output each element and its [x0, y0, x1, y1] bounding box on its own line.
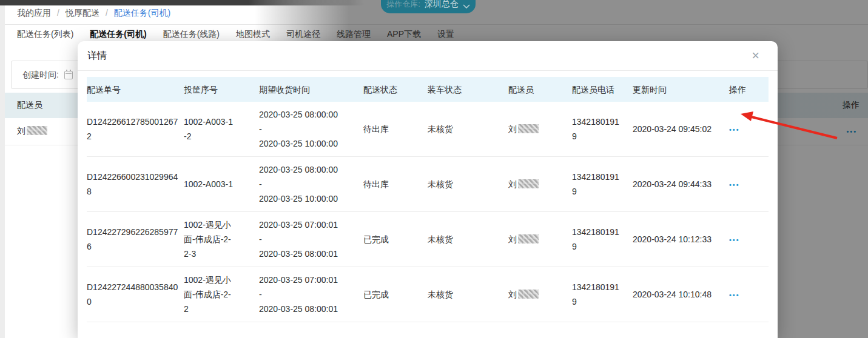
- courier-cell: 刘: [508, 122, 572, 136]
- warehouse-selector-value: 深圳总仓: [425, 0, 459, 10]
- update-time-cell: 2020-03-24 10:12:33: [633, 232, 727, 247]
- warehouse-selector[interactable]: 操作仓库: 深圳总仓: [381, 0, 476, 13]
- time-line: 2020-03-25 10:00:00: [259, 191, 360, 206]
- time-line: 2020-03-25 10:00:00: [259, 136, 360, 151]
- more-actions-button[interactable]: •••: [729, 127, 740, 133]
- row-actions-cell[interactable]: •••: [727, 177, 769, 191]
- loading-status-cell: 未核货: [420, 232, 508, 247]
- close-icon[interactable]: ×: [752, 49, 759, 62]
- order-number-cell: D1242272448800358400: [87, 280, 184, 309]
- column-header: 装车状态: [420, 82, 508, 97]
- courier-phone-cell: 13421801919: [572, 225, 633, 254]
- loading-status-cell: 未核货: [420, 122, 508, 136]
- basket-seq-cell: 1002-遇见小面-伟成店-2-2-3: [184, 217, 244, 261]
- time-line: 2020-03-25 08:00:00: [259, 162, 360, 177]
- order-number-cell: D1242266127850012672: [87, 114, 184, 144]
- more-actions-button[interactable]: •••: [729, 237, 740, 244]
- courier-phone-cell: 13421801919: [572, 170, 633, 199]
- tab-item[interactable]: 配送任务(列表): [17, 29, 73, 40]
- time-line: 2020-03-25 08:00:01: [259, 302, 360, 316]
- row-actions-cell[interactable]: •••: [727, 232, 769, 247]
- table-row: D12422724488003584001002-遇见小面-伟成店-2-2202…: [87, 267, 769, 322]
- tab-item[interactable]: 配送任务(司机): [90, 29, 146, 40]
- masked-name: [518, 124, 539, 133]
- more-actions-button[interactable]: •••: [729, 182, 740, 188]
- courier-cell: 刘: [508, 177, 572, 191]
- delivery-status-cell: 待出库: [360, 177, 420, 191]
- masked-name: [27, 126, 47, 135]
- bg-courier-cell: 刘: [17, 126, 47, 137]
- courier-name-prefix: 刘: [508, 124, 517, 134]
- column-header: 更新时间: [633, 82, 727, 97]
- expected-time-cell: 2020-03-25 07:00:01-2020-03-25 08:00:01: [244, 273, 360, 316]
- update-time-cell: 2020-03-24 09:44:33: [633, 177, 727, 191]
- time-line: -: [259, 177, 360, 191]
- breadcrumb-app[interactable]: 悦厚配送: [66, 8, 99, 19]
- tab-item[interactable]: 配送任务(线路): [163, 29, 220, 40]
- expected-time-cell: 2020-03-25 07:00:01-2020-03-25 08:00:01: [244, 217, 360, 261]
- detail-table: 配送单号投筐序号期望收货时间配送状态装车状态配送员配送员电话更新时间操作 D12…: [87, 77, 769, 322]
- update-time-cell: 2020-03-24 09:45:02: [633, 122, 727, 136]
- warehouse-selector-label: 操作仓库:: [386, 0, 420, 10]
- courier-cell: 刘: [508, 287, 572, 302]
- order-number-cell: D1242266002310299648: [87, 170, 184, 199]
- detail-table-header-row: 配送单号投筐序号期望收货时间配送状态装车状态配送员配送员电话更新时间操作: [87, 77, 769, 102]
- breadcrumb: 我的应用 / 悦厚配送 / 配送任务(司机): [17, 8, 170, 19]
- time-line: -: [259, 122, 360, 136]
- create-time-filter-label: 创建时间:: [22, 70, 59, 81]
- breadcrumb-my-apps[interactable]: 我的应用: [17, 8, 51, 19]
- table-row: D12422729622628597761002-遇见小面-伟成店-2-2-32…: [87, 212, 769, 267]
- column-header: 投筐序号: [184, 82, 244, 97]
- detail-modal: 详情 × 配送单号投筐序号期望收货时间配送状态装车状态配送员配送员电话更新时间操…: [78, 41, 778, 338]
- modal-header: 详情 ×: [78, 41, 778, 71]
- loading-status-cell: 未核货: [420, 177, 508, 191]
- chevron-down-icon: [463, 4, 470, 8]
- courier-name-prefix: 刘: [17, 126, 25, 136]
- more-actions-button[interactable]: •••: [729, 292, 740, 299]
- bg-courier-column-header: 配送员: [17, 100, 42, 111]
- masked-name: [518, 179, 539, 188]
- detail-table-body: D12422661278500126721002-A003-1-22020-03…: [87, 102, 769, 322]
- column-header: 配送员: [508, 82, 572, 97]
- breadcrumb-current-page[interactable]: 配送任务(司机): [114, 8, 170, 19]
- courier-cell: 刘: [508, 232, 572, 247]
- masked-name: [518, 234, 539, 244]
- table-row: D12422661278500126721002-A003-1-22020-03…: [87, 102, 769, 157]
- breadcrumb-separator: /: [57, 8, 59, 19]
- column-header: 配送员电话: [572, 82, 633, 97]
- courier-name-prefix: 刘: [508, 234, 517, 244]
- calendar-icon[interactable]: [64, 71, 73, 79]
- modal-title: 详情: [87, 50, 107, 62]
- delivery-status-cell: 已完成: [360, 287, 420, 302]
- order-number-cell: D1242272962262859776: [87, 225, 184, 254]
- basket-seq-cell: 1002-A003-1: [184, 177, 244, 191]
- column-header: 配送状态: [360, 82, 420, 97]
- expected-time-cell: 2020-03-25 08:00:00-2020-03-25 10:00:00: [244, 107, 360, 151]
- row-actions-cell[interactable]: •••: [727, 122, 769, 136]
- time-line: 2020-03-25 07:00:01: [259, 273, 360, 287]
- masked-name: [518, 290, 539, 299]
- courier-name-prefix: 刘: [508, 179, 517, 189]
- expected-time-cell: 2020-03-25 08:00:00-2020-03-25 10:00:00: [244, 162, 360, 206]
- loading-status-cell: 未核货: [420, 287, 508, 302]
- courier-phone-cell: 13421801919: [572, 114, 633, 144]
- column-header: 期望收货时间: [244, 82, 360, 97]
- update-time-cell: 2020-03-24 10:10:48: [633, 287, 727, 302]
- delivery-status-cell: 待出库: [360, 122, 420, 136]
- basket-seq-cell: 1002-遇见小面-伟成店-2-2: [184, 273, 244, 316]
- delivery-status-cell: 已完成: [360, 232, 420, 247]
- time-line: -: [259, 287, 360, 302]
- time-line: 2020-03-25 07:00:01: [259, 217, 360, 232]
- column-header: 配送单号: [87, 82, 184, 97]
- time-line: 2020-03-25 08:00:01: [259, 247, 360, 261]
- page-left-gutter: [0, 5, 5, 338]
- time-line: 2020-03-25 08:00:00: [259, 107, 360, 122]
- courier-phone-cell: 13421801919: [572, 280, 633, 309]
- breadcrumb-separator: /: [106, 8, 108, 19]
- column-header: 操作: [727, 82, 769, 97]
- courier-name-prefix: 刘: [508, 290, 517, 299]
- row-actions-cell[interactable]: •••: [727, 287, 769, 302]
- basket-seq-cell: 1002-A003-1-2: [184, 114, 244, 144]
- time-line: -: [259, 232, 360, 247]
- table-row: D12422660023102996481002-A003-12020-03-2…: [87, 157, 769, 212]
